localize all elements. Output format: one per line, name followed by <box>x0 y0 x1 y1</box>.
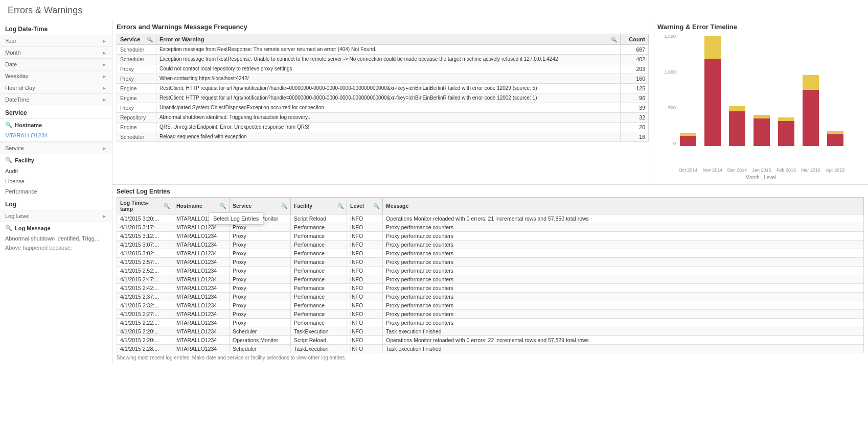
log-facility: Performance <box>291 275 347 284</box>
log-table-row: 4/1/2015 2:37:... MTARALLO1234 Proxy Per… <box>117 293 864 301</box>
x-labels: Oct 2014Nov 2014Dec 2014Jan 2015Feb 2015… <box>657 167 864 173</box>
x-axis-label: Jan 2015 <box>751 167 772 173</box>
log-ts: 4/1/2015 2:28:... <box>117 345 173 353</box>
log-table-row: 4/1/2015 2:20:... MTARALLO1234 Operation… <box>117 336 864 345</box>
search-icon[interactable]: 🔍 <box>337 203 344 209</box>
facility-search[interactable]: 🔍 Facility <box>0 154 112 166</box>
warning-bar <box>729 106 745 111</box>
search-icon[interactable]: 🔍 <box>373 203 379 209</box>
log-service: Proxy <box>230 284 291 293</box>
log-footer: Showing most recent log entries. Make da… <box>117 353 864 362</box>
error-bar <box>704 59 721 146</box>
search-icon[interactable]: 🔍 <box>147 37 153 42</box>
log-level: INFO <box>347 240 383 249</box>
sidebar-item-weekday[interactable]: Weekday ► <box>0 70 112 82</box>
log-ts: 4/1/2015 2:47:... <box>117 275 173 284</box>
log-level: INFO <box>347 319 383 327</box>
log-message-search[interactable]: 🔍 Log Message <box>0 222 112 234</box>
search-icon: 🔍 <box>5 122 12 128</box>
log-facility: Performance <box>291 232 347 240</box>
message-cell: Exception message from RestResponse: Una… <box>156 55 620 64</box>
hostname-value: MTARALLO1234 <box>5 132 48 138</box>
bar-group <box>702 36 723 146</box>
chart-legend: Month , Level <box>657 175 864 180</box>
facility-performance[interactable]: Performance <box>0 186 112 197</box>
log-message: Proxy performance counters <box>383 249 864 258</box>
log-message: Operations Monitor reloaded with 0 error… <box>383 214 864 223</box>
sidebar-item-hour-of-day[interactable]: Hour of Day ► <box>0 82 112 93</box>
hostname-search[interactable]: 🔍 Hostname <box>0 118 112 131</box>
log-table-row: 4/1/2015 3:02:... MTARALLO1234 Proxy Per… <box>117 249 864 258</box>
count-cell: 125 <box>621 84 649 93</box>
service-cell: Scheduler <box>117 45 156 55</box>
count-cell: 687 <box>621 45 649 55</box>
warning-bar <box>753 115 770 118</box>
sidebar-item-service[interactable]: Service ► <box>0 142 112 154</box>
log-message: Task execution finished <box>383 345 864 353</box>
sidebar-item-date[interactable]: Date ► <box>0 58 112 70</box>
log-message: Operations Monitor reloaded with 0 error… <box>383 336 864 345</box>
log-facility: TaskExecution <box>291 345 347 353</box>
main-content: Errors and Warnings Message Frequency Se… <box>112 19 868 365</box>
y-axis-label: 500 <box>668 105 676 110</box>
x-axis-label: Feb 2015 <box>776 167 796 173</box>
log-service: Proxy <box>230 310 291 319</box>
log-service: Proxy <box>230 319 291 327</box>
log-message: Proxy performance counters <box>383 223 864 232</box>
warning-bar <box>803 75 819 90</box>
service-cell: Scheduler <box>117 55 156 64</box>
log-message: Proxy performance counters <box>383 301 864 310</box>
x-axis-label: Apr 2015 <box>825 167 846 173</box>
facility-license[interactable]: License <box>0 176 112 186</box>
service-section-label: Service <box>0 105 112 118</box>
message-cell: Unanticipated System.ObjectDisposedExcep… <box>156 103 620 113</box>
count-cell: 96 <box>621 93 649 103</box>
log-col-service: Service 🔍 <box>230 198 291 214</box>
y-axis-label: 0 <box>673 141 676 146</box>
freq-col-count: Count <box>621 34 649 45</box>
table-row: Scheduler Exception message from RestRes… <box>117 55 649 64</box>
sidebar-item-datetime[interactable]: DateTime ► <box>0 93 112 105</box>
search-icon: 🔍 <box>5 225 12 231</box>
search-icon[interactable]: 🔍 <box>611 37 617 42</box>
facility-audit[interactable]: Audit <box>0 166 112 176</box>
search-icon[interactable]: 🔍 <box>164 203 170 209</box>
error-bar <box>778 121 794 146</box>
log-host: MTARALLO1234 <box>173 232 230 240</box>
log-message: Proxy performance counters <box>383 310 864 319</box>
log-table-row: 4/1/2015 3:12:... MTARALLO1234 Proxy Per… <box>117 232 864 240</box>
chevron-right-icon: ► <box>102 50 107 56</box>
log-service: Proxy <box>230 275 291 284</box>
log-service: Scheduler <box>230 345 291 353</box>
x-axis-label: Oct 2014 <box>678 167 698 173</box>
freq-col-service: Service 🔍 <box>117 34 156 45</box>
table-row: Engine RestClient: HTTP request for url … <box>117 93 649 103</box>
sidebar-item-log-level[interactable]: Log Level ► <box>0 210 112 222</box>
sidebar-item-month[interactable]: Month ► <box>0 46 112 58</box>
log-table-row: 4/1/2015 2:27:... MTARALLO1234 Proxy Per… <box>117 310 864 319</box>
service-cell: Proxy <box>117 64 156 74</box>
timeline-panel: Warning & Error Timeline 1,5001,0005000 <box>653 19 868 184</box>
x-axis-label: Dec 2014 <box>727 167 747 173</box>
message-cell: QRS: UnregisterEndpoint: Error: Unexpect… <box>156 123 620 132</box>
freq-table: Service 🔍 Error or Warning 🔍 Count <box>117 34 649 142</box>
log-entries-title: Select Log Entries <box>117 188 864 195</box>
log-facility: Script Reload <box>291 214 347 223</box>
bar-group <box>801 75 821 146</box>
sidebar-item-year[interactable]: Year ► <box>0 35 112 46</box>
error-bar <box>680 136 696 146</box>
search-icon[interactable]: 🔍 <box>220 203 226 209</box>
log-service: Proxy <box>230 249 291 258</box>
message-cell: Exception message from RestResponse: The… <box>156 45 620 55</box>
search-icon[interactable]: 🔍 <box>281 203 287 209</box>
bar-group <box>727 106 747 146</box>
log-level: INFO <box>347 327 383 336</box>
log-ts: 4/1/2015 3:07:... <box>117 240 173 249</box>
warning-bar <box>778 117 794 121</box>
y-axis-label: 1,500 <box>664 34 676 39</box>
log-service: Proxy <box>230 240 291 249</box>
log-level: INFO <box>347 336 383 345</box>
log-level: INFO <box>347 223 383 232</box>
x-axis-label: Nov 2014 <box>702 167 723 173</box>
log-facility: Script Reload <box>291 336 347 345</box>
